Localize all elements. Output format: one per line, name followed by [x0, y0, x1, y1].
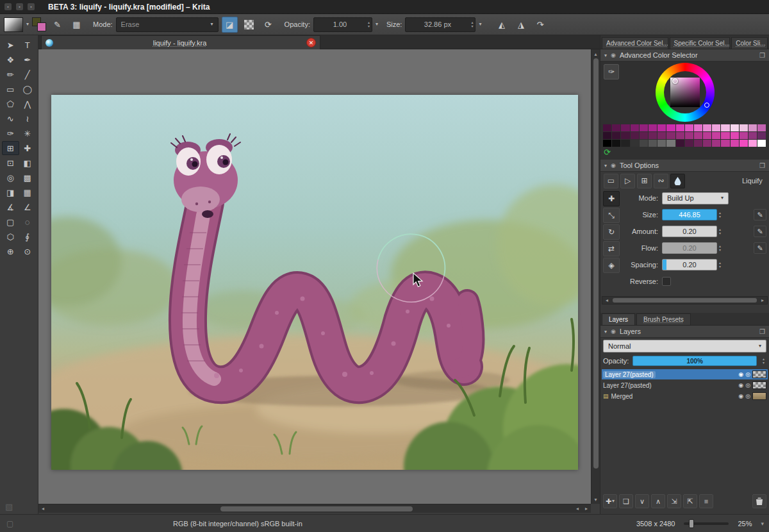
palette-swatch[interactable] [712, 124, 720, 131]
vertical-scrollbar[interactable]: ▴ ▾ [591, 49, 600, 504]
palette-swatch[interactable] [694, 124, 702, 131]
spacing-spin-arrows[interactable]: ▴▾ [717, 262, 723, 269]
tool-freehand-path-button[interactable]: ≀ [19, 112, 37, 126]
free-transform-tab[interactable]: ▭ [604, 174, 618, 188]
layer-row[interactable]: Layer 27(pasted) ◉ ◎ [602, 369, 768, 379]
tab-color-sliders[interactable]: Color Sli... [731, 37, 768, 49]
alpha-lock-icon[interactable]: ◎ [745, 393, 750, 399]
palette-swatch[interactable] [676, 140, 684, 147]
palette-swatch[interactable] [666, 124, 675, 131]
palette-swatch[interactable] [631, 124, 639, 131]
zoom-dropdown-icon[interactable]: ▾ [761, 520, 764, 527]
opacity-dropdown-icon[interactable]: ▾ [376, 22, 378, 27]
palette-swatch[interactable] [757, 132, 766, 139]
palette-swatch[interactable] [731, 124, 739, 131]
layer-row[interactable]: ▤ Merged ◉ ◎ [602, 391, 768, 401]
layer-row[interactable]: Layer 27(pasted) ◉ ◎ [602, 380, 768, 390]
palette-swatch[interactable] [703, 132, 711, 139]
scroll-left2-icon[interactable]: ◂ [573, 504, 582, 513]
liquify-mode-combobox[interactable]: Build Up ▾ [662, 192, 729, 204]
palette-swatch[interactable] [712, 140, 720, 147]
palette-swatch[interactable] [740, 132, 748, 139]
window-minimize-icon[interactable]: ▪ [16, 3, 23, 10]
tool-transform-button[interactable]: ⊞ [2, 141, 19, 155]
tool-select-polygonal-button[interactable]: ⬡ [2, 229, 19, 244]
tool-color-sampler-button[interactable]: ◎ [2, 170, 19, 185]
tool-line-button[interactable]: ╱ [19, 67, 37, 81]
tab-advanced-color-selector[interactable]: Advanced Color Sel... [602, 37, 668, 49]
move-out-of-group-button[interactable]: ⇱ [683, 494, 697, 508]
tool-freehand-brush-button[interactable]: ✏ [2, 67, 19, 81]
eraser-mode-button[interactable]: ◪ [222, 17, 238, 33]
tool-options-header[interactable]: ▾ ◉ Tool Options ❐ [600, 160, 769, 172]
scroll-left-icon[interactable]: ◂ [602, 296, 611, 305]
palette-swatch[interactable] [757, 140, 766, 147]
palette-swatch[interactable] [621, 132, 629, 139]
tool-gradient-button[interactable]: ◧ [19, 156, 37, 170]
palette-swatch[interactable] [649, 132, 657, 139]
add-layer-button[interactable]: ✚▾ [603, 494, 617, 508]
amount-spin-arrows[interactable]: ▴▾ [717, 228, 723, 235]
opacity-spin-arrows[interactable]: ▴▾ [366, 21, 372, 28]
scroll-right-icon[interactable]: ▸ [582, 504, 591, 513]
lock-icon[interactable]: ◉ [611, 162, 616, 169]
tool-rectangle-button[interactable]: ▭ [2, 82, 19, 96]
palette-swatch[interactable] [703, 124, 711, 131]
tool-enclose-fill-button[interactable]: ▦ [19, 185, 37, 199]
move-layer-down-button[interactable]: ∨ [635, 494, 649, 508]
visibility-icon[interactable]: ◉ [738, 371, 743, 378]
float-docker-icon[interactable]: ❐ [759, 162, 765, 169]
refresh-palette-button[interactable]: ⟳ [604, 147, 611, 157]
visibility-icon[interactable]: ◉ [738, 393, 743, 399]
liquify-move-button[interactable]: ✚ [603, 191, 620, 206]
palette-swatch[interactable] [676, 124, 684, 131]
palette-swatch[interactable] [676, 132, 684, 139]
lock-icon[interactable]: ◉ [611, 52, 616, 58]
tool-pattern-button[interactable]: ▩ [19, 170, 37, 185]
palette-swatch[interactable] [666, 132, 675, 139]
tool-select-rectangular-button[interactable]: ▢ [2, 215, 19, 229]
size-spin-arrows[interactable]: ▴▾ [717, 212, 723, 219]
canvas[interactable] [51, 95, 578, 470]
flow-spin-arrows[interactable]: ▴▾ [717, 245, 723, 252]
palette-swatch[interactable] [631, 132, 639, 139]
tool-move-button[interactable]: ✚ [19, 141, 37, 155]
foreground-background-colors[interactable] [32, 17, 46, 31]
palette-swatch[interactable] [603, 124, 611, 131]
palette-swatch[interactable] [612, 132, 620, 139]
palette-swatch[interactable] [649, 140, 657, 147]
edit-brush-settings-button[interactable]: ✎ [49, 17, 65, 33]
liquify-tab[interactable] [670, 174, 685, 188]
palette-swatch[interactable] [703, 140, 711, 147]
palette-swatch[interactable] [740, 140, 748, 147]
scroll-left-icon[interactable]: ◂ [38, 504, 47, 513]
choose-workspace-button[interactable]: ▦ [69, 17, 85, 33]
palette-swatch[interactable] [657, 124, 666, 131]
layer-blending-combobox[interactable]: Normal ▾ [603, 340, 766, 353]
tool-crop-button[interactable]: ⊡ [2, 156, 19, 170]
palette-swatch[interactable] [721, 132, 729, 139]
palette-swatch[interactable] [612, 124, 620, 131]
reload-preset-button[interactable]: ⟳ [260, 17, 276, 33]
tool-polyline-button[interactable]: ⋀ [19, 97, 37, 111]
palette-swatch[interactable] [694, 140, 702, 147]
brush-preset-preview[interactable] [4, 17, 23, 32]
palette-swatch[interactable] [721, 140, 729, 147]
palette-swatch[interactable] [640, 124, 648, 131]
float-docker-icon[interactable]: ❐ [759, 328, 765, 335]
reverse-checkbox[interactable] [662, 277, 671, 286]
scroll-down-icon[interactable]: ▾ [591, 495, 600, 504]
palette-swatch[interactable] [685, 132, 693, 139]
layer-opacity-slider[interactable]: 100% [633, 356, 757, 366]
document-tab[interactable]: liquify - liquify.kra ✕ [41, 35, 320, 49]
tool-options-scrollbar[interactable]: ◂ ▸ [602, 296, 768, 304]
tool-ellipse-button[interactable]: ◯ [19, 82, 37, 96]
palette-swatch[interactable] [731, 132, 739, 139]
palette-swatch[interactable] [712, 132, 720, 139]
palette-swatch[interactable] [657, 140, 666, 147]
tool-measure-button[interactable]: ∠ [19, 200, 37, 214]
chevron-down-icon[interactable]: ▾ [604, 329, 607, 335]
float-docker-icon[interactable]: ❐ [759, 52, 765, 59]
tool-select-freehand-button[interactable]: ∮ [19, 229, 37, 244]
size-spin-arrows[interactable]: ▴▾ [469, 21, 475, 28]
